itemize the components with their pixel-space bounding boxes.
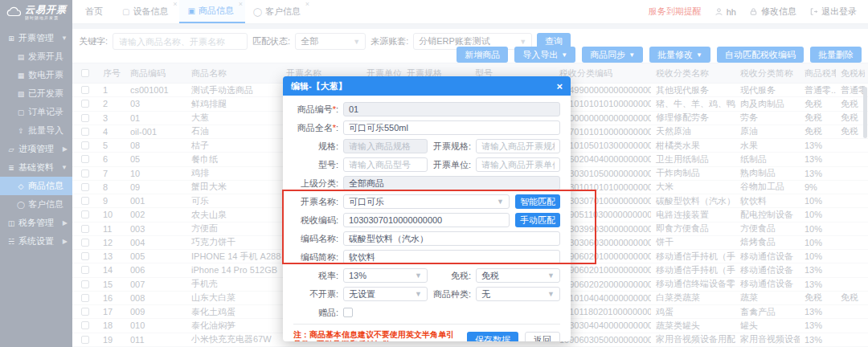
modal-title: 编辑-【大葱】 [291,80,347,92]
spec-label: 规格: [293,141,343,153]
smart-match-button[interactable]: 智能匹配 [515,194,560,209]
modal-header: 编辑-【大葱】 × [283,76,571,96]
spec-row: 规格: 开票规格: [293,139,560,153]
code-short-input[interactable] [343,250,560,264]
product-code-input[interactable] [343,102,560,116]
no-invoice-label: 不开票: [293,288,343,300]
parent-category-label: 上级分类: [293,178,343,190]
product-code-label: 商品编号*: [293,104,343,116]
gift-row: 赠品: [293,305,560,320]
back-button[interactable]: 返回 [525,332,560,342]
chevron-down-icon: ▼ [415,271,422,280]
chevron-down-icon: ▼ [415,290,422,298]
gift-label: 赠品: [293,307,343,319]
no-invoice-value: 无设置 [349,288,375,300]
product-code-row: 商品编号*: [293,102,560,116]
modal-warning-note: 注：商品基本信息建议不要使用英文半角单引号(')、双引号(")和反斜杠(\) [293,330,461,341]
code-name-input[interactable] [343,231,560,246]
invoice-name-label: 开票名称: [293,196,343,208]
invoice-unit-label: 开票单位: [428,159,476,171]
invoice-name-value: 可口可乐 [349,196,384,208]
tax-rate-select[interactable]: 13% ▼ [343,268,428,283]
spec-input[interactable] [343,139,428,153]
parent-category-input[interactable] [343,176,560,190]
invoice-unit-input[interactable] [476,157,560,172]
tax-code-row: 税收编码: 手动匹配 [293,213,560,227]
product-kind-value: 无 [481,288,490,300]
code-name-row: 编码名称: [293,231,560,246]
edit-product-modal: 编辑-【大葱】 × 商品编号*: 商品全名*: 规格: 开票规格: 型号: [283,76,571,341]
save-data-button[interactable]: 保存数据 [467,332,518,342]
product-fullname-input[interactable] [343,120,560,135]
tax-code-input[interactable] [343,213,510,227]
invoice-spec-input[interactable] [476,139,560,153]
chevron-down-icon: ▼ [547,290,555,298]
invoice-name-row: 开票名称: 可口可乐 ▼ 智能匹配 [293,194,560,209]
tax-code-label: 税收编码: [293,214,343,227]
tax-free-select[interactable]: 免税 ▼ [476,268,560,283]
model-label: 型号: [293,159,343,171]
no-invoice-row: 不开票: 无设置 ▼ 商品种类: 无 ▼ [293,287,560,301]
product-fullname-row: 商品全名*: [293,120,560,135]
close-icon[interactable]: × [556,81,563,92]
gift-checkbox[interactable] [343,308,353,317]
chevron-down-icon: ▼ [547,271,555,280]
code-short-row: 编码简称: [293,250,560,264]
product-kind-label: 商品种类: [428,288,476,300]
parent-category-row: 上级分类: [293,176,560,190]
modal-footer: 注：商品基本信息建议不要使用英文半角单引号(')、双引号(")和反斜杠(\) 保… [293,324,560,341]
app-window: 云易开票 随时随地开发票 首页▢设备信息×▣商品信息×◯客户信息× 服务到期提醒… [0,0,868,347]
tax-rate-row: 税率: 13% ▼ 免税: 免税 ▼ [293,268,560,283]
model-row: 型号: 开票单位: [293,157,560,172]
modal-body: 商品编号*: 商品全名*: 规格: 开票规格: 型号: 开票单位: 上级分类 [283,96,571,320]
invoice-name-select[interactable]: 可口可乐 ▼ [343,194,510,209]
manual-match-button[interactable]: 手动匹配 [515,213,560,227]
tax-rate-value: 13% [349,271,366,280]
code-short-label: 编码简称: [293,251,343,263]
no-invoice-select[interactable]: 无设置 ▼ [343,287,428,301]
code-name-label: 编码名称: [293,233,343,245]
tax-free-value: 免税 [481,270,499,282]
invoice-spec-label: 开票规格: [428,141,476,153]
chevron-down-icon: ▼ [497,198,504,206]
model-input[interactable] [343,157,428,172]
product-kind-select[interactable]: 无 ▼ [476,287,560,301]
tax-rate-label: 税率: [293,270,343,282]
product-fullname-label: 商品全名*: [293,122,343,134]
tax-free-label: 免税: [428,270,476,282]
